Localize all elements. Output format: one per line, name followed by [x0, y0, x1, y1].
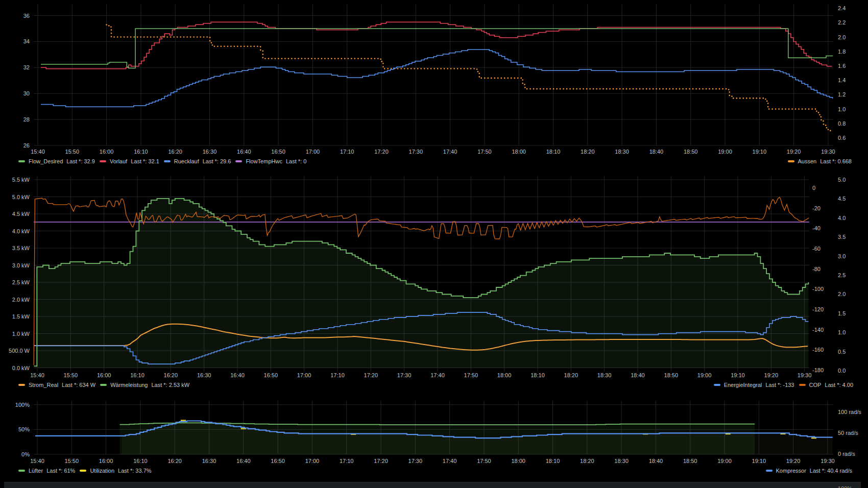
svg-text:18:00: 18:00 [497, 372, 512, 378]
svg-text:17:40: 17:40 [430, 372, 445, 378]
svg-text:16:20: 16:20 [164, 372, 178, 378]
svg-text:16:10: 16:10 [130, 372, 144, 378]
svg-text:17:30: 17:30 [409, 149, 423, 155]
svg-text:50%: 50% [18, 426, 30, 432]
svg-text:-140: -140 [812, 327, 824, 333]
svg-text:18:00: 18:00 [512, 149, 526, 155]
svg-text:18:20: 18:20 [581, 149, 595, 155]
svg-text:0: 0 [812, 185, 815, 191]
svg-text:3.0 kW: 3.0 kW [12, 262, 30, 269]
svg-text:500.0 W: 500.0 W [9, 348, 30, 354]
svg-text:1.6: 1.6 [838, 63, 846, 69]
svg-text:16:30: 16:30 [197, 372, 211, 378]
svg-text:26: 26 [23, 142, 30, 149]
svg-text:18:20: 18:20 [580, 458, 594, 464]
svg-text:15:50: 15:50 [65, 149, 80, 155]
svg-text:16:10: 16:10 [134, 149, 148, 155]
svg-text:15:50: 15:50 [64, 372, 78, 378]
svg-text:-20: -20 [812, 205, 821, 211]
svg-text:15:40: 15:40 [30, 372, 44, 378]
svg-text:18:10: 18:10 [546, 458, 560, 464]
svg-text:17:10: 17:10 [330, 372, 345, 378]
svg-text:4.0 kW: 4.0 kW [12, 228, 30, 234]
svg-text:16:20: 16:20 [168, 149, 182, 155]
svg-text:18:50: 18:50 [684, 149, 698, 155]
svg-text:34: 34 [23, 38, 30, 44]
svg-text:17:00: 17:00 [306, 149, 320, 155]
svg-text:16:40: 16:40 [237, 149, 251, 155]
svg-text:19:30: 19:30 [798, 372, 812, 378]
svg-text:16:30: 16:30 [203, 149, 217, 155]
svg-text:17:50: 17:50 [464, 372, 478, 378]
svg-text:5.5 kW: 5.5 kW [12, 177, 30, 183]
svg-text:17:30: 17:30 [408, 458, 423, 464]
svg-text:16:00: 16:00 [97, 372, 111, 378]
svg-text:5.0 kW: 5.0 kW [12, 194, 30, 200]
svg-text:19:20: 19:20 [786, 458, 801, 464]
svg-text:0.8: 0.8 [838, 120, 846, 127]
svg-text:4.0: 4.0 [838, 215, 846, 221]
svg-text:17:50: 17:50 [477, 149, 492, 155]
svg-text:-180: -180 [812, 367, 824, 373]
svg-text:1.5 kW: 1.5 kW [12, 313, 30, 320]
svg-text:18:40: 18:40 [649, 149, 664, 155]
svg-text:1.0: 1.0 [838, 329, 846, 335]
svg-text:-120: -120 [812, 306, 824, 312]
svg-text:16:20: 16:20 [167, 458, 182, 464]
svg-text:17:30: 17:30 [397, 372, 412, 378]
svg-text:18:40: 18:40 [649, 458, 663, 464]
svg-text:16:40: 16:40 [236, 458, 251, 464]
svg-text:50 rad/s: 50 rad/s [838, 430, 858, 436]
svg-text:1.0 kW: 1.0 kW [12, 331, 30, 337]
svg-text:2.5 kW: 2.5 kW [12, 279, 30, 285]
svg-text:18:50: 18:50 [664, 372, 679, 378]
svg-text:0%: 0% [21, 451, 30, 457]
svg-text:18:50: 18:50 [683, 458, 697, 464]
svg-text:2.0 kW: 2.0 kW [12, 297, 30, 303]
svg-text:19:30: 19:30 [821, 458, 835, 464]
svg-text:2.5: 2.5 [838, 272, 846, 278]
svg-text:-40: -40 [812, 225, 821, 231]
svg-text:16:10: 16:10 [133, 458, 148, 464]
svg-text:1.0: 1.0 [838, 106, 846, 112]
svg-text:1.8: 1.8 [838, 48, 846, 55]
svg-text:0.0 kW: 0.0 kW [12, 365, 30, 371]
svg-text:2.0: 2.0 [838, 291, 846, 297]
svg-text:30: 30 [23, 90, 30, 96]
svg-text:19:10: 19:10 [753, 149, 767, 155]
svg-text:0.0: 0.0 [838, 368, 846, 374]
svg-text:4.5 kW: 4.5 kW [12, 211, 30, 217]
svg-text:32: 32 [23, 64, 30, 70]
svg-text:0.5: 0.5 [838, 349, 846, 355]
svg-text:16:00: 16:00 [99, 458, 113, 464]
svg-text:-160: -160 [812, 347, 824, 353]
svg-text:19:20: 19:20 [787, 149, 801, 155]
svg-text:17:10: 17:10 [340, 149, 354, 155]
svg-text:-80: -80 [812, 266, 821, 272]
svg-text:2.0: 2.0 [838, 34, 846, 40]
svg-text:15:40: 15:40 [30, 458, 44, 464]
svg-text:19:20: 19:20 [764, 372, 779, 378]
svg-text:100%: 100% [15, 402, 30, 408]
svg-text:19:10: 19:10 [752, 458, 766, 464]
svg-text:17:20: 17:20 [364, 372, 378, 378]
svg-text:18:40: 18:40 [631, 372, 645, 378]
svg-text:17:50: 17:50 [477, 458, 491, 464]
svg-text:17:00: 17:00 [305, 458, 320, 464]
svg-text:1.4: 1.4 [838, 77, 846, 83]
svg-text:15:50: 15:50 [65, 458, 79, 464]
svg-text:18:20: 18:20 [564, 372, 578, 378]
svg-text:-60: -60 [812, 246, 821, 252]
svg-text:19:00: 19:00 [697, 372, 712, 378]
svg-text:18:00: 18:00 [511, 458, 525, 464]
svg-text:18:30: 18:30 [597, 372, 612, 378]
svg-text:36: 36 [23, 13, 30, 19]
svg-text:16:40: 16:40 [230, 372, 245, 378]
svg-text:16:50: 16:50 [264, 372, 278, 378]
svg-text:16:50: 16:50 [271, 458, 285, 464]
svg-text:18:10: 18:10 [531, 372, 545, 378]
svg-text:15:40: 15:40 [31, 149, 45, 155]
svg-text:17:40: 17:40 [443, 458, 457, 464]
svg-text:3.5 kW: 3.5 kW [12, 245, 30, 251]
svg-text:100 rad/s: 100 rad/s [838, 409, 861, 415]
